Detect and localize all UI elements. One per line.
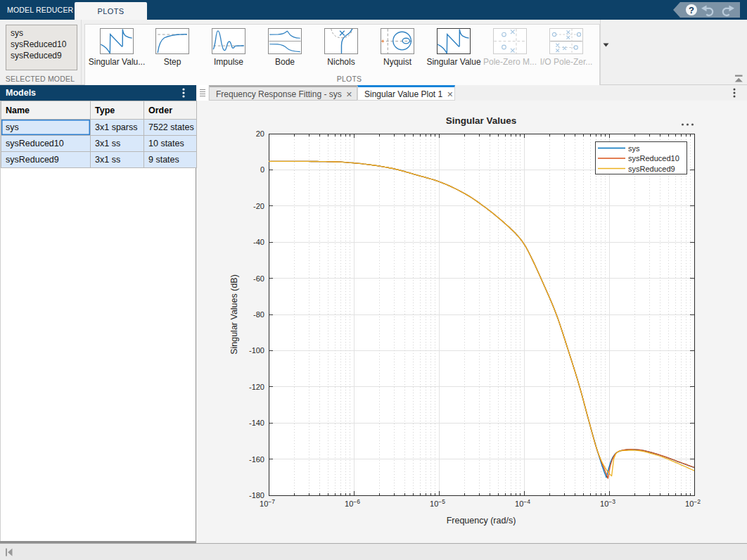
svg-text:10−3: 10−3 bbox=[600, 498, 615, 508]
svg-text:Singular Values (dB): Singular Values (dB) bbox=[229, 274, 239, 355]
svg-text:10−4: 10−4 bbox=[515, 498, 530, 508]
svg-text:-140: -140 bbox=[249, 419, 264, 427]
svg-text:10−6: 10−6 bbox=[345, 498, 360, 508]
svg-text:-100: -100 bbox=[249, 346, 264, 355]
svg-text:-60: -60 bbox=[253, 274, 264, 283]
svg-text:-40: -40 bbox=[253, 238, 264, 246]
svg-text:0: 0 bbox=[260, 165, 264, 174]
svg-text:sys: sys bbox=[628, 144, 640, 153]
svg-text:-20: -20 bbox=[253, 202, 264, 210]
svg-text:sysReduced10: sysReduced10 bbox=[628, 154, 679, 163]
svg-text:-180: -180 bbox=[249, 491, 264, 499]
svg-text:-160: -160 bbox=[249, 455, 264, 464]
svg-text:10−2: 10−2 bbox=[685, 498, 701, 508]
svg-text:10−7: 10−7 bbox=[260, 498, 275, 508]
svg-text:10−5: 10−5 bbox=[430, 498, 445, 508]
svg-text:Singular Values: Singular Values bbox=[446, 115, 517, 126]
svg-text:-120: -120 bbox=[249, 383, 264, 391]
svg-text:20: 20 bbox=[256, 129, 264, 138]
svg-text:sysReduced9: sysReduced9 bbox=[628, 165, 675, 173]
svg-text:Frequency (rad/s): Frequency (rad/s) bbox=[447, 516, 516, 526]
svg-text:?: ? bbox=[689, 5, 694, 15]
svg-text:-80: -80 bbox=[253, 310, 264, 319]
